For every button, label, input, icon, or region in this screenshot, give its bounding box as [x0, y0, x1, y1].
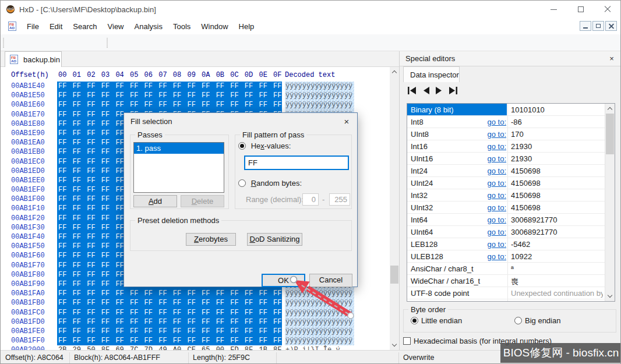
inspector-row[interactable]: UInt16go to:21930 — [407, 153, 615, 165]
inspector-row[interactable]: Int16go to:21930 — [407, 140, 615, 153]
row-bytes[interactable]: FF FF FF FF FF FF FF FF FF FF FF FF FF F… — [57, 336, 282, 345]
row-decoded[interactable]: ÿÿÿÿÿÿÿÿÿÿÿÿÿÿÿÿ — [285, 82, 354, 91]
hex-row[interactable]: 00AB1FE0FF FF FF FF FF FF FF FF FF FF FF… — [1, 327, 390, 336]
go-to-link[interactable]: go to: — [472, 154, 506, 163]
row-bytes[interactable]: FF FF FF FF FF FF FF FF FF FF FF FF FF F… — [57, 91, 282, 100]
go-to-link[interactable]: go to: — [472, 228, 506, 236]
type-value[interactable]: 4150698 — [511, 179, 603, 188]
go-to-link[interactable]: go to: — [472, 130, 506, 139]
go-to-link[interactable]: go to: — [472, 167, 506, 175]
inspector-row[interactable]: Int32go to:4150698 — [407, 189, 615, 202]
inspector-row[interactable]: WideChar / char16_t喪 — [407, 275, 615, 287]
scroll-down-arrow[interactable] — [605, 291, 615, 301]
hex-values-input[interactable]: FF — [244, 156, 349, 170]
hex-row[interactable]: 00AB20002B 29 50 8F 69 7C 7D 49 A0 CE 65… — [1, 345, 390, 350]
row-bytes[interactable]: FF FF FF FF FF FF FF FF FF FF FF FF FF F… — [57, 289, 282, 298]
go-to-link[interactable]: go to: — [472, 252, 506, 261]
hex-row[interactable]: 00AB1FD0FF FF FF FF FF FF FF FF FF FF FF… — [1, 317, 390, 327]
inspector-row[interactable]: Int64go to:30068921770 — [407, 214, 615, 226]
row-decoded[interactable]: ÿÿÿÿÿÿÿÿÿÿÿÿÿÿÿÿ — [285, 317, 354, 327]
row-bytes[interactable]: FF FF FF FF FF FF FF FF FF FF FF FF FF F… — [57, 327, 282, 336]
go-to-link[interactable]: go to: — [472, 142, 506, 151]
inspector-row[interactable]: Single (float32)5.81636673337698E-39 — [407, 299, 615, 302]
inspector-row[interactable]: AnsiChar / char8_tª — [407, 263, 615, 275]
menu-item-analysis[interactable]: Analysis — [129, 19, 168, 34]
cancel-button[interactable]: Cancel — [309, 274, 352, 287]
go-to-link[interactable]: go to: — [472, 215, 506, 224]
go-to-link[interactable]: go to: — [472, 118, 506, 126]
inspector-row[interactable]: LEB128go to:-5462 — [407, 238, 615, 250]
inspector-row[interactable]: UInt32go to:4150698 — [407, 202, 615, 214]
little-endian-radio[interactable]: Little endian — [411, 316, 462, 325]
hex-row[interactable]: 00AB1E60FF FF FF FF FF FF FF FF FF FF FF… — [1, 100, 390, 109]
mdi-restore-button[interactable] — [592, 21, 604, 31]
inspector-row[interactable]: ULEB128go to:10922 — [407, 250, 615, 263]
row-decoded[interactable]: ÿÿÿÿÿÿÿÿÿÿÿÿÿÿÿÿ — [285, 327, 354, 336]
close-button[interactable] — [594, 1, 620, 18]
type-value[interactable]: 喪 — [511, 277, 603, 287]
row-decoded[interactable]: ÿÿÿÿÿÿÿÿÿÿÿÿÿÿÿÿ — [285, 289, 354, 298]
zerobytes-button[interactable]: Zerobytes — [186, 233, 236, 246]
menu-item-tools[interactable]: Tools — [168, 19, 196, 34]
tab-data-inspector[interactable]: Data inspector — [403, 66, 460, 82]
type-value[interactable]: -86 — [511, 118, 603, 126]
hex-row[interactable]: 00AB1E40FF FF FF FF FF FF FF FF FF FF FF… — [1, 82, 390, 91]
go-to-link[interactable]: go to: — [472, 203, 506, 212]
menu-item-search[interactable]: Search — [68, 19, 102, 34]
row-decoded[interactable]: +)P.i|}I Îe.ý... — [285, 345, 354, 350]
inspector-row[interactable]: Int8go to:-86 — [407, 116, 615, 128]
type-value[interactable]: 30068921770 — [511, 228, 603, 236]
type-value[interactable]: 4150698 — [511, 203, 603, 212]
go-to-link[interactable]: go to: — [472, 191, 506, 200]
hex-row[interactable]: 00AB1FF0FF FF FF FF FF FF FF FF FF FF FF… — [1, 336, 390, 345]
menu-item-view[interactable]: View — [103, 19, 129, 34]
menu-item-window[interactable]: Window — [196, 19, 233, 34]
go-to-link[interactable]: go to: — [472, 179, 506, 188]
hex-row[interactable]: 00AB1E50FF FF FF FF FF FF FF FF FF FF FF… — [1, 91, 390, 100]
hex-row[interactable]: 00AB1FC0FF FF FF FF FF FF FF FF FF FF FF… — [1, 308, 390, 317]
type-value[interactable]: 5.81636673337698E-39 — [511, 301, 603, 302]
scroll-up-arrow[interactable] — [605, 104, 615, 114]
type-value[interactable]: -5462 — [511, 240, 603, 249]
menu-item-help[interactable]: Help — [234, 19, 260, 34]
tab-backup-bin[interactable]: FBAO backup.bin — [5, 51, 62, 67]
dod-sanitizing-button[interactable]: DoD Sanitizing — [247, 233, 302, 246]
type-value[interactable]: 4150698 — [511, 167, 603, 175]
scroll-thumb[interactable] — [390, 266, 398, 284]
scroll-up-arrow[interactable] — [390, 67, 399, 77]
type-value[interactable]: 4150698 — [511, 191, 603, 200]
mdi-minimize-button[interactable] — [580, 21, 591, 31]
inspector-row[interactable]: Int24go to:4150698 — [407, 165, 615, 177]
scroll-thumb[interactable] — [606, 114, 614, 154]
special-editors-close-icon[interactable]: × — [606, 54, 617, 64]
inspector-row[interactable]: UInt24go to:4150698 — [407, 177, 615, 189]
row-bytes[interactable]: FF FF FF FF FF FF FF FF FF FF FF FF FF F… — [57, 100, 282, 109]
row-decoded[interactable]: ÿÿÿÿÿÿÿÿÿÿÿÿÿÿÿÿ — [285, 298, 354, 308]
hex-row[interactable]: 00AB1FB0FF FF FF FF FF FF FF FF FF FF FF… — [1, 298, 390, 308]
nav-first-icon[interactable] — [407, 86, 417, 95]
row-decoded[interactable]: ÿÿÿÿÿÿÿÿÿÿÿÿÿÿÿÿ — [285, 91, 354, 100]
random-bytes-radio[interactable]: Random bytes: — [238, 179, 302, 188]
nav-prev-icon[interactable] — [422, 86, 430, 95]
type-value[interactable]: 170 — [511, 130, 603, 139]
go-to-link[interactable]: go to: — [472, 240, 506, 249]
type-value[interactable]: 30068921770 — [511, 215, 603, 224]
menu-item-file[interactable]: File — [22, 19, 44, 34]
dialog-title-bar[interactable]: Fill selection × — [124, 113, 357, 130]
row-bytes[interactable]: FF FF FF FF FF FF FF FF FF FF FF FF FF F… — [57, 82, 282, 91]
row-bytes[interactable]: 2B 29 50 8F 69 7C 7D 49 A0 CE 65 00 FD 8… — [57, 345, 282, 350]
row-decoded[interactable]: ÿÿÿÿÿÿÿÿÿÿÿÿÿÿÿÿ — [285, 308, 354, 317]
nav-next-icon[interactable] — [435, 86, 443, 95]
inspector-row[interactable]: UInt8go to:170 — [407, 128, 615, 140]
row-bytes[interactable]: FF FF FF FF FF FF FF FF FF FF FF FF FF F… — [57, 317, 282, 327]
pass-list-item[interactable]: 1. pass — [134, 143, 224, 154]
hex-vertical-scrollbar[interactable] — [390, 67, 399, 350]
row-bytes[interactable]: FF FF FF FF FF FF FF FF FF FF FF FF FF F… — [57, 298, 282, 308]
type-value[interactable]: ª — [511, 264, 603, 273]
inspector-row[interactable]: UTF-8 code pointUnexpected continuation … — [407, 287, 615, 299]
row-decoded[interactable]: ÿÿÿÿÿÿÿÿÿÿÿÿÿÿÿÿ — [285, 100, 354, 109]
inspector-row[interactable]: UInt64go to:30068921770 — [407, 226, 615, 238]
type-value[interactable]: 10101010 — [511, 105, 603, 114]
type-value[interactable]: 10922 — [511, 252, 603, 261]
type-value[interactable]: Unexpected continuation byt — [511, 289, 603, 298]
